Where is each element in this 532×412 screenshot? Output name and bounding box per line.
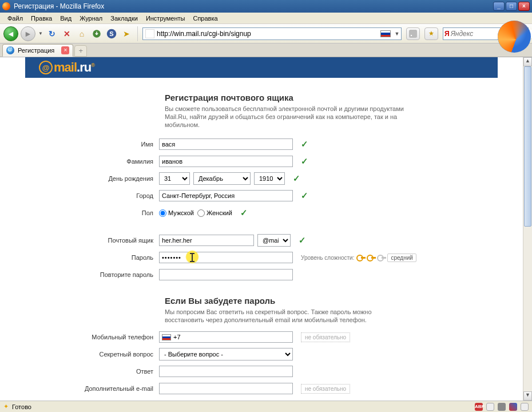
- key-icon: [356, 254, 364, 261]
- secret-question-select[interactable]: - Выберите вопрос -: [159, 348, 293, 360]
- row-gender: Пол Мужской Женский ✓: [25, 205, 498, 220]
- label-city: Город: [25, 192, 159, 199]
- window-maximize-button[interactable]: □: [506, 2, 517, 11]
- window-titlebar: Регистрация - Mozilla Firefox _ □ ×: [0, 0, 532, 13]
- label-mailbox: Почтовый ящик: [25, 237, 159, 244]
- tab-close-button[interactable]: ×: [61, 46, 69, 54]
- menu-edit[interactable]: Правка: [27, 14, 56, 23]
- label-alt-email: Дополнительный e-mail: [25, 385, 159, 392]
- vertical-scrollbar[interactable]: ▲ ▼: [523, 57, 532, 401]
- home-button[interactable]: ⌂: [76, 27, 88, 40]
- dob-year-select[interactable]: 1910: [254, 172, 285, 185]
- feed-button[interactable]: [406, 27, 420, 40]
- brand-header: @ mail.ru®: [25, 57, 498, 78]
- mailru-logo[interactable]: @ mail.ru®: [39, 60, 94, 75]
- reload-button[interactable]: ↻: [46, 27, 58, 40]
- section-hint-registration: Вы сможете пользоваться бесплатной элект…: [165, 105, 405, 129]
- status-icon-2[interactable]: [509, 403, 517, 411]
- menu-bookmarks[interactable]: Закладки: [106, 14, 142, 23]
- alt-email-input[interactable]: [159, 383, 293, 394]
- site-favicon: [145, 29, 154, 38]
- stop-button[interactable]: ✕: [61, 27, 73, 40]
- check-icon: ✓: [301, 191, 308, 201]
- gender-female-radio[interactable]: [197, 209, 205, 217]
- row-password: Пароль Уровень сложности: средний: [25, 250, 498, 265]
- login-input[interactable]: [159, 235, 254, 246]
- section-hint-forgot: Мы попросим Вас ответить на секретный во…: [165, 308, 405, 324]
- brand-text-1: mail: [54, 60, 77, 74]
- scroll-thumb[interactable]: [524, 66, 531, 227]
- section-title-registration: Регистрация почтового ящика: [165, 93, 498, 102]
- check-icon: ✓: [299, 235, 306, 245]
- pointer-icon: ➤: [120, 27, 133, 40]
- firstname-input[interactable]: [159, 138, 293, 150]
- scroll-down-button[interactable]: ▼: [523, 391, 532, 401]
- menu-file[interactable]: Файл: [3, 14, 27, 23]
- label-dob: День рождения: [25, 175, 159, 182]
- row-city: Город ✓: [25, 188, 498, 203]
- back-button[interactable]: ◄: [3, 26, 18, 41]
- status-text: Готово: [12, 403, 31, 410]
- tab-title: Регистрация: [18, 47, 54, 54]
- row-alt-email: Дополнительный e-mail не обязательно: [25, 381, 498, 396]
- password-strength: Уровень сложности: средний: [301, 253, 416, 262]
- window-close-button[interactable]: ×: [518, 2, 530, 11]
- row-secret-question: Секретный вопрос - Выберите вопрос -: [25, 347, 498, 362]
- menu-view[interactable]: Вид: [56, 14, 76, 23]
- gender-male-radio[interactable]: [159, 209, 166, 217]
- content-viewport: @ mail.ru® Регистрация почтового ящика В…: [0, 57, 532, 401]
- password2-input[interactable]: [159, 269, 293, 280]
- url-dropdown[interactable]: ▼: [393, 31, 401, 37]
- menu-bar: Файл Правка Вид Журнал Закладки Инструме…: [0, 13, 532, 24]
- status-bar: ✦ Готово ABP: [0, 401, 532, 412]
- answer-input[interactable]: [159, 366, 293, 377]
- history-dropdown[interactable]: ▼: [38, 31, 43, 36]
- mobile-input[interactable]: [173, 334, 290, 340]
- menu-history[interactable]: Журнал: [76, 14, 106, 23]
- addon-button[interactable]: S: [105, 27, 118, 40]
- new-tab-button[interactable]: +: [74, 45, 87, 57]
- menu-tools[interactable]: Инструменты: [142, 14, 189, 23]
- mobile-input-wrap[interactable]: [159, 331, 293, 343]
- key-icon: [367, 254, 375, 261]
- row-firstname: Имя ✓: [25, 137, 498, 152]
- flag-ru-icon: [162, 334, 171, 340]
- gender-female-option[interactable]: Женский: [197, 209, 232, 217]
- settings-icon[interactable]: [498, 403, 506, 411]
- tab-registration[interactable]: Регистрация ×: [2, 44, 73, 57]
- firefox-throbber-icon: [498, 21, 531, 53]
- downloads-button[interactable]: [90, 27, 103, 40]
- status-icon-1[interactable]: [486, 403, 494, 411]
- row-mailbox: Почтовый ящик @mail.ru ✓: [25, 233, 498, 248]
- status-icon-3[interactable]: [521, 403, 529, 411]
- bookmark-star-button[interactable]: ★: [424, 27, 438, 40]
- brand-text-2: .ru: [77, 60, 91, 74]
- firefox-icon: [2, 2, 10, 10]
- label-gender: Пол: [25, 209, 159, 216]
- yandex-icon: Я: [444, 29, 450, 39]
- label-password: Пароль: [25, 254, 159, 261]
- row-answer: Ответ: [25, 364, 498, 379]
- window-minimize-button[interactable]: _: [493, 2, 505, 11]
- check-icon: ✓: [301, 156, 308, 167]
- password-input[interactable]: [159, 252, 293, 263]
- url-input[interactable]: [157, 28, 378, 39]
- toolbar-separator: [137, 26, 138, 41]
- gender-male-option[interactable]: Мужской: [159, 209, 194, 217]
- domain-select[interactable]: @mail.ru: [257, 234, 291, 247]
- row-password2: Повторите пароль: [25, 267, 498, 282]
- menu-help[interactable]: Справка: [189, 14, 221, 23]
- url-bar[interactable]: ▼: [142, 27, 402, 40]
- dob-day-select[interactable]: 31: [159, 172, 190, 185]
- adblock-icon[interactable]: ABP: [475, 403, 483, 411]
- scroll-up-button[interactable]: ▲: [523, 57, 532, 66]
- label-secret-question: Секретный вопрос: [25, 351, 159, 358]
- lastname-input[interactable]: [159, 156, 293, 167]
- label-answer: Ответ: [25, 368, 159, 375]
- dob-month-select[interactable]: Декабрь: [193, 172, 251, 185]
- forward-button: ►: [21, 26, 35, 41]
- row-mobile: Мобильный телефон не обязательно: [25, 330, 498, 344]
- city-input[interactable]: [159, 190, 293, 201]
- locale-flag-icon: [380, 30, 391, 37]
- svg-rect-3: [409, 30, 417, 38]
